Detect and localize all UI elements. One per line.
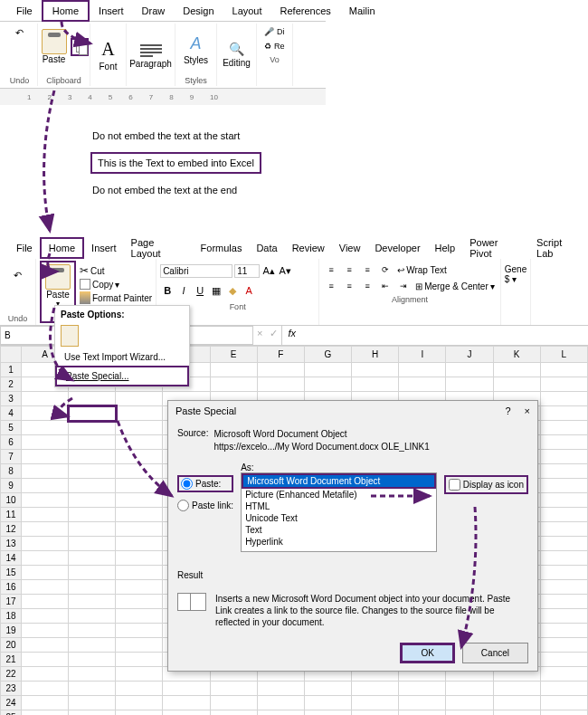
wrap-text-button[interactable]: ↩Wrap Text: [395, 263, 449, 277]
spreadsheet-grid[interactable]: Paste Options: Use Text Import Wizard...…: [0, 346, 588, 715]
row-header[interactable]: 18: [1, 609, 22, 624]
undo-icon[interactable]: ↶: [4, 261, 32, 314]
font-color-button[interactable]: A: [242, 282, 256, 299]
col-header[interactable]: G: [304, 347, 351, 363]
col-header[interactable]: E: [210, 347, 257, 363]
tab-design[interactable]: Design: [174, 2, 223, 20]
row-header[interactable]: 7: [1, 450, 22, 464]
paste-button[interactable]: Paste: [40, 27, 69, 66]
italic-button[interactable]: I: [176, 282, 191, 299]
tab-home[interactable]: Home: [42, 0, 90, 22]
row-header[interactable]: 12: [1, 522, 22, 537]
formula-input[interactable]: [301, 326, 588, 345]
selected-cell-b4[interactable]: [69, 406, 116, 421]
tab-review[interactable]: Review: [285, 239, 332, 257]
align-mid-button[interactable]: ≡: [341, 262, 357, 277]
col-header[interactable]: L: [540, 347, 587, 363]
row-header[interactable]: 14: [1, 551, 22, 566]
row-header[interactable]: 22: [1, 667, 22, 682]
list-item[interactable]: Microsoft Word Document Object: [242, 473, 436, 489]
ok-button[interactable]: OK: [400, 643, 454, 663]
font-button[interactable]: A Font: [97, 24, 119, 86]
col-header[interactable]: I: [399, 347, 446, 363]
row-header[interactable]: 9: [1, 479, 22, 493]
col-header[interactable]: J: [446, 347, 493, 363]
doc-line-selected[interactable]: This is the Text to embed into Excel: [90, 152, 261, 174]
tab-references[interactable]: References: [271, 2, 340, 20]
row-header[interactable]: 1: [1, 363, 22, 377]
grow-font-button[interactable]: A▴: [261, 262, 276, 279]
row-header[interactable]: 13: [1, 537, 22, 551]
bold-button[interactable]: B: [160, 282, 175, 299]
underline-button[interactable]: U: [193, 282, 207, 299]
indent-dec-button[interactable]: ⇤: [377, 279, 394, 293]
row-header[interactable]: 16: [1, 580, 22, 595]
row-header[interactable]: 17: [1, 595, 22, 609]
list-item[interactable]: Text: [242, 524, 436, 536]
display-as-icon-checkbox[interactable]: Display as icon: [444, 475, 528, 494]
border-button[interactable]: ▦: [209, 282, 223, 299]
row-header[interactable]: 21: [1, 653, 22, 667]
row-header[interactable]: 15: [1, 566, 22, 580]
fx-icon[interactable]: fx: [281, 326, 301, 345]
row-header[interactable]: 10: [1, 493, 22, 508]
font-name-select[interactable]: [160, 264, 232, 278]
paste-option-icon[interactable]: [61, 325, 79, 347]
tab-file[interactable]: File: [9, 239, 40, 257]
word-document[interactable]: Do not embed the text at the start This …: [0, 105, 326, 230]
list-item[interactable]: Hyperlink: [242, 536, 436, 548]
row-header[interactable]: 8: [1, 464, 22, 479]
undo-icon[interactable]: ↶: [15, 24, 24, 75]
tab-layout[interactable]: Layout: [223, 2, 271, 20]
row-header[interactable]: 19: [1, 624, 22, 638]
cancel-formula-icon[interactable]: ×: [253, 326, 266, 345]
tab-home[interactable]: Home: [40, 237, 84, 259]
row-header[interactable]: 5: [1, 421, 22, 435]
tab-file[interactable]: File: [7, 2, 42, 20]
merge-center-button[interactable]: ⊞Merge & Center ▾: [413, 280, 497, 293]
tab-mailings[interactable]: Mailin: [340, 2, 384, 20]
row-header[interactable]: 24: [1, 696, 22, 710]
col-header[interactable]: K: [493, 347, 540, 363]
tab-script-lab[interactable]: Script Lab: [529, 234, 588, 262]
font-size-select[interactable]: [234, 264, 260, 278]
col-header[interactable]: F: [257, 347, 304, 363]
paste-radio[interactable]: Paste:: [177, 475, 233, 492]
col-header[interactable]: H: [352, 347, 399, 363]
copy-button[interactable]: Copy ▾: [80, 279, 152, 290]
editing-button[interactable]: 🔍 Editing: [221, 24, 252, 86]
row-header[interactable]: 4: [1, 406, 22, 421]
indent-inc-button[interactable]: ⇥: [395, 279, 412, 293]
copy-icon[interactable]: [71, 38, 89, 56]
row-header[interactable]: 20: [1, 638, 22, 653]
tab-insert[interactable]: Insert: [90, 2, 133, 20]
list-item[interactable]: HTML: [242, 500, 436, 512]
tab-view[interactable]: View: [332, 239, 368, 257]
import-wizard-item[interactable]: Use Text Import Wizard...: [55, 348, 189, 366]
row-header[interactable]: 23: [1, 682, 22, 696]
row-header[interactable]: 6: [1, 435, 22, 450]
list-item[interactable]: Unicode Text: [242, 512, 436, 524]
tab-data[interactable]: Data: [249, 239, 284, 257]
align-left-button[interactable]: ≡: [323, 279, 339, 293]
row-header[interactable]: 2: [1, 377, 22, 392]
dictate-button[interactable]: 🎤 Di: [264, 27, 284, 36]
paste-link-radio[interactable]: Paste link:: [177, 500, 233, 511]
row-header[interactable]: 3: [1, 392, 22, 406]
tab-help[interactable]: Help: [428, 239, 463, 257]
orientation-button[interactable]: ⟳: [377, 262, 394, 277]
styles-button[interactable]: A Styles: [182, 24, 210, 75]
format-painter-button[interactable]: Format Painter: [80, 291, 152, 304]
enter-formula-icon[interactable]: ✓: [266, 326, 281, 345]
align-right-button[interactable]: ≡: [359, 279, 375, 293]
as-listbox[interactable]: Microsoft Word Document Object Picture (…: [241, 472, 437, 552]
row-header[interactable]: 25: [1, 710, 22, 716]
cancel-button[interactable]: Cancel: [462, 643, 528, 663]
fill-color-button[interactable]: ◆: [225, 282, 240, 299]
list-item[interactable]: Picture (Enhanced Metafile): [242, 489, 436, 500]
shrink-font-button[interactable]: A▾: [278, 262, 292, 279]
cut-button[interactable]: ✂Cut: [80, 264, 152, 277]
tab-developer[interactable]: Developer: [367, 239, 427, 257]
paragraph-button[interactable]: Paragraph: [128, 24, 174, 86]
dialog-help-icon[interactable]: ?: [505, 405, 510, 416]
